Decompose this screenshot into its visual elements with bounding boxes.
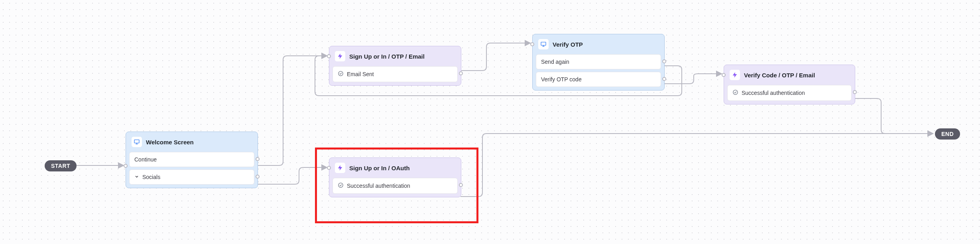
port-in [124, 164, 128, 168]
row-label: Continue [134, 156, 157, 163]
svg-rect-0 [134, 140, 139, 143]
svg-point-3 [338, 71, 343, 76]
check-circle-icon [338, 71, 344, 78]
row-success-auth[interactable]: Successful authentication [727, 85, 852, 101]
row-email-sent[interactable]: Email Sent [333, 66, 458, 82]
node-header: Verify Code / OTP / Email [724, 65, 855, 85]
row-socials[interactable]: Socials [129, 169, 254, 185]
row-label: Verify OTP code [541, 76, 582, 83]
bolt-icon [335, 51, 345, 61]
port-out [662, 59, 666, 63]
node-title: Verify OTP [553, 41, 583, 48]
port-out [662, 77, 666, 81]
check-circle-icon [732, 89, 738, 96]
highlight-box [315, 148, 478, 223]
flow-edges [0, 0, 980, 244]
row-label: Socials [142, 174, 160, 180]
row-label: Email Sent [347, 71, 374, 77]
port-in [530, 42, 534, 46]
monitor-icon [132, 137, 142, 147]
node-header: Verify OTP [533, 34, 664, 54]
node-welcome-screen[interactable]: Welcome Screen Continue Socials [126, 132, 258, 188]
node-title: Verify Code / OTP / Email [744, 72, 815, 79]
start-pill: START [45, 160, 77, 171]
node-verify-otp[interactable]: Verify OTP Send again Verify OTP code [532, 34, 665, 91]
monitor-icon [538, 39, 549, 49]
port-in [327, 54, 331, 58]
port-in [722, 73, 726, 77]
row-send-again[interactable]: Send again [536, 54, 661, 69]
port-out [459, 71, 463, 75]
row-continue[interactable]: Continue [129, 152, 254, 167]
end-pill: END [935, 128, 960, 140]
port-out [256, 175, 260, 179]
node-header: Welcome Screen [126, 132, 258, 152]
start-label: START [51, 163, 70, 169]
port-out [256, 157, 260, 161]
node-verify-code-email[interactable]: Verify Code / OTP / Email Successful aut… [724, 65, 855, 104]
node-header: Sign Up or In / OTP / Email [329, 46, 461, 66]
svg-point-7 [733, 90, 738, 94]
row-label: Successful authentication [742, 90, 805, 96]
row-verify-code[interactable]: Verify OTP code [536, 72, 661, 87]
chevron-down-icon [134, 174, 139, 180]
bolt-icon [730, 70, 740, 80]
node-title: Welcome Screen [146, 139, 194, 146]
row-label: Send again [541, 59, 569, 65]
node-title: Sign Up or In / OTP / Email [349, 53, 425, 60]
end-label: END [941, 131, 954, 137]
node-signup-otp-email[interactable]: Sign Up or In / OTP / Email Email Sent [329, 46, 461, 86]
svg-rect-4 [541, 42, 546, 45]
port-out [853, 90, 857, 94]
